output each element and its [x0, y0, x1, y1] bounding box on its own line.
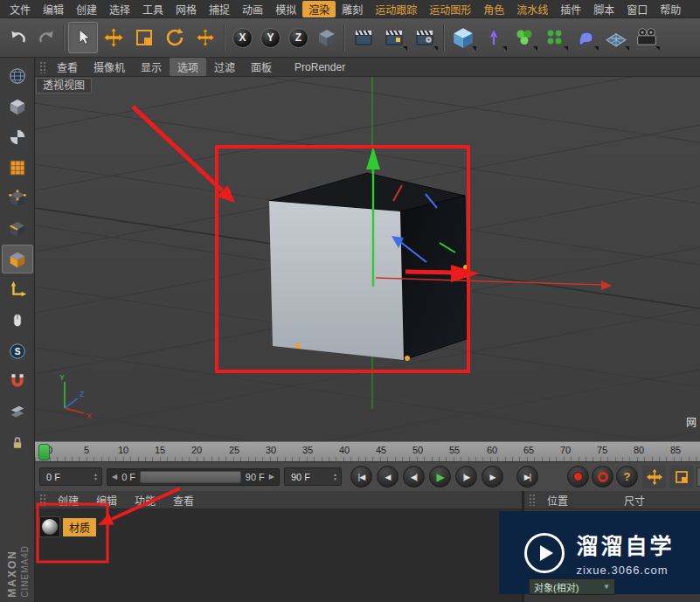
material-thumbnail[interactable] — [39, 516, 60, 537]
y-axis-lock-button[interactable]: Y — [257, 22, 284, 53]
coordinate-mode-dropdown[interactable]: 对象(相对) ▼ — [529, 578, 615, 595]
cube-handle-dot[interactable] — [405, 356, 410, 361]
record-keyframe-button[interactable] — [567, 466, 589, 488]
redo-button[interactable] — [32, 22, 59, 53]
gizmo-x-arrowhead[interactable] — [601, 280, 612, 290]
vp-menu-display[interactable]: 显示 — [133, 58, 170, 76]
deformer-button[interactable] — [571, 22, 600, 53]
render-settings-button[interactable] — [410, 22, 440, 53]
timeline-playhead[interactable] — [38, 444, 50, 460]
viewport-canvas[interactable]: 透视视图 网 Y Z X — [35, 77, 700, 441]
menu-select[interactable]: 选择 — [103, 1, 136, 17]
cube-object[interactable] — [269, 173, 467, 360]
material-list-item[interactable]: 材质 — [39, 516, 522, 537]
menu-tools[interactable]: 工具 — [136, 1, 170, 17]
frame-range-slider[interactable]: ◀ 0 F 90 F ▶ — [107, 468, 280, 486]
panel-grip-icon[interactable] — [39, 494, 46, 506]
key-position-toggle[interactable] — [642, 465, 666, 488]
workplane-button[interactable] — [2, 398, 33, 426]
enable-snap-button[interactable] — [2, 367, 33, 396]
timeline-ruler[interactable]: 0 5 10 15 20 25 30 35 40 45 50 55 60 65 … — [35, 441, 700, 461]
vp-menu-camera[interactable]: 摄像机 — [86, 58, 133, 76]
keyframe-selection-button[interactable]: ? — [616, 466, 638, 488]
menu-character[interactable]: 角色 — [477, 1, 510, 17]
mat-menu-create[interactable]: 创建 — [49, 493, 87, 508]
menu-mograph[interactable]: 运动图形 — [423, 1, 477, 17]
rotate-tool-button[interactable] — [160, 22, 190, 53]
material-name-label[interactable]: 材质 — [63, 518, 96, 536]
slider-left-arrow-icon[interactable]: ◀ — [112, 473, 117, 481]
content-browser-button[interactable] — [2, 61, 33, 90]
next-key-button[interactable]: ▶ — [482, 466, 503, 488]
menu-edit[interactable]: 编辑 — [37, 1, 70, 17]
simulate-button[interactable] — [540, 22, 570, 53]
menu-window[interactable]: 窗口 — [620, 1, 654, 17]
live-selection-button[interactable] — [68, 22, 98, 53]
menu-motion-tracker[interactable]: 运动跟踪 — [369, 1, 423, 17]
menu-file[interactable]: 文件 — [3, 1, 37, 17]
key-scale-toggle[interactable] — [669, 465, 693, 488]
last-tool-button[interactable] — [191, 22, 220, 53]
menu-animate[interactable]: 动画 — [236, 1, 269, 17]
viewport-solo-button[interactable] — [2, 306, 33, 335]
move-tool-button[interactable] — [99, 22, 128, 53]
cube-handle-dot[interactable] — [463, 265, 468, 270]
prev-key-button[interactable]: ◀ — [377, 466, 399, 488]
mat-menu-function[interactable]: 功能 — [126, 493, 164, 508]
edge-mode-button[interactable] — [2, 214, 33, 243]
current-frame-field[interactable]: 0 F ▲▼ — [39, 467, 102, 486]
range-slider-handle[interactable] — [140, 471, 241, 483]
menu-help[interactable]: 帮助 — [654, 1, 687, 17]
point-mode-button[interactable] — [2, 183, 33, 212]
view-label[interactable]: 透视视图 — [36, 78, 92, 93]
coordinate-system-button[interactable] — [313, 22, 340, 53]
menu-create[interactable]: 创建 — [70, 1, 103, 17]
stepper-icon[interactable]: ▲▼ — [94, 473, 98, 481]
render-view-button[interactable] — [349, 22, 378, 53]
render-picture-viewer-button[interactable] — [379, 22, 409, 53]
play-button[interactable]: ▶ — [429, 466, 451, 488]
menu-mesh[interactable]: 网格 — [170, 1, 203, 17]
mograph-button[interactable] — [509, 22, 539, 53]
camera-button[interactable] — [632, 22, 662, 53]
scale-tool-button[interactable] — [129, 22, 159, 53]
jump-start-button[interactable]: |◀ — [350, 466, 372, 488]
panel-grip-icon[interactable] — [529, 494, 536, 506]
uv-mode-button[interactable] — [2, 153, 33, 182]
make-editable-button[interactable] — [2, 92, 33, 121]
stepper-icon[interactable]: ▲▼ — [333, 473, 337, 481]
panel-grip-icon[interactable] — [39, 61, 46, 73]
jump-end-button[interactable]: ▶| — [516, 466, 538, 488]
menu-pipeline[interactable]: 流水线 — [510, 1, 554, 17]
mat-menu-view[interactable]: 查看 — [164, 493, 203, 508]
snap-badge-button[interactable]: S — [2, 336, 33, 365]
undo-button[interactable] — [4, 22, 31, 53]
add-primitive-button[interactable] — [448, 22, 478, 53]
vp-menu-prorender[interactable]: ProRender — [287, 59, 353, 75]
environment-button[interactable] — [601, 22, 631, 53]
menu-simulate[interactable]: 模拟 — [269, 1, 302, 17]
polygon-mode-button[interactable] — [2, 245, 33, 273]
menu-snap[interactable]: 捕捉 — [203, 1, 236, 17]
menu-render[interactable]: 渲染 — [302, 1, 336, 17]
texture-mode-button[interactable] — [2, 122, 33, 151]
mat-menu-edit[interactable]: 编辑 — [87, 493, 126, 508]
prev-frame-button[interactable]: ◀| — [403, 466, 425, 488]
axis-mode-button[interactable] — [2, 275, 33, 304]
menu-script[interactable]: 脚本 — [587, 1, 620, 17]
x-axis-lock-button[interactable]: X — [229, 22, 256, 53]
end-frame-field[interactable]: 90 F ▲▼ — [284, 467, 342, 486]
gizmo-y-arrowhead[interactable] — [366, 147, 380, 170]
vp-menu-view[interactable]: 查看 — [49, 58, 86, 76]
autokey-button[interactable] — [592, 466, 613, 488]
z-axis-lock-button[interactable]: Z — [285, 22, 312, 53]
vp-menu-options[interactable]: 选项 — [170, 58, 206, 76]
lock-workplane-button[interactable] — [2, 428, 33, 457]
menu-plugins[interactable]: 插件 — [554, 1, 587, 17]
menu-sculpt[interactable]: 雕刻 — [336, 1, 369, 17]
next-frame-button[interactable]: |▶ — [455, 466, 477, 488]
add-spline-button[interactable] — [479, 22, 509, 53]
cube-handle-dot[interactable] — [295, 343, 301, 349]
slider-right-arrow-icon[interactable]: ▶ — [269, 473, 274, 481]
vp-menu-filter[interactable]: 过滤 — [206, 58, 243, 76]
